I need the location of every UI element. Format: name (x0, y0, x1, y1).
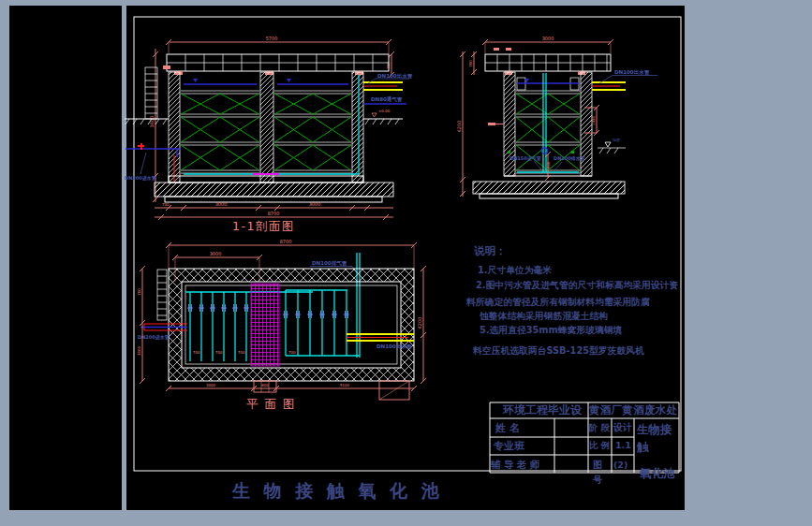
dim-d1-seg2: 3000 (309, 201, 321, 207)
dim-d1-top: 5700 (266, 36, 278, 41)
dim-plan-top-total: 8700 (280, 239, 292, 244)
titleblock-project-line3: 氧化池 (639, 466, 675, 480)
media-partition-grid (251, 284, 279, 366)
section1-caption: 1-1剖面图 (232, 219, 295, 233)
cad-preview-window: 5700 3600 700 ±0.00 (0, 0, 812, 526)
titleblock-project-line2: 触 (636, 440, 649, 454)
notes-line-1: 1.尺寸单位为毫米 (478, 265, 552, 275)
cad-sheet: 5700 3600 700 ±0.00 (0, 0, 812, 526)
dim-plan-bottom2: 600 (261, 383, 269, 387)
notes-line-4: 蚀整体结构采用钢筋混凝土结构 (479, 311, 608, 321)
dim-plan-top-seg: 3000 (210, 251, 222, 256)
dim-plan-left1: 700 (137, 288, 141, 296)
dim-plan-right: 4200 (417, 317, 422, 329)
dim-plan-sp4: 700 (288, 350, 296, 355)
right-wall (352, 72, 363, 183)
dim-d2-top: 3000 (542, 36, 554, 41)
label-d2-air: DN150进气管 (509, 155, 541, 162)
titleblock-stage-value: 设计 (613, 422, 632, 432)
titleblock-sheetno-value: (2) (613, 460, 627, 470)
notes-line-6: 料空压机选取两台SSB-125型罗茨鼓风机 (472, 345, 644, 356)
titleblock-row-name: 姓 名 (495, 422, 520, 434)
label-plan-outlet: DN100出水管 (376, 343, 412, 350)
dim-plan-bottom1: 3000 (206, 383, 216, 387)
dim-d1-ground: ±0.00 (378, 109, 391, 113)
dim-d2-left: 4200 (456, 121, 462, 133)
dim-d2-right: 1450 (591, 115, 596, 125)
notes-title: 说明： (474, 244, 507, 257)
label-d2-outlet: DN100出水管 (614, 69, 650, 76)
middle-wall (260, 72, 273, 183)
dim-plan-sp1: 700 (193, 350, 200, 355)
dim-d2-overhang: 700 (468, 60, 473, 67)
dim-d2-bottom: 600 (546, 161, 551, 168)
titleblock-header-right: 黄酒厂黄酒废水处 (588, 403, 678, 416)
label-d2-drain: DN100排水管 (554, 155, 585, 162)
dim-plan-sp3: 700 (238, 350, 245, 355)
pane-divider (122, 6, 126, 510)
notes-line-3: 料所确定的管径及所有钢制材料均需采用防腐 (465, 297, 650, 307)
titleblock-scale-value: 1.1 (615, 440, 631, 450)
plan-caption: 平 面 图 (246, 397, 296, 411)
notes-line-5: 5.选用直径35mm蜂窝形玻璃钢填 (480, 325, 623, 335)
titleblock-header-left: 环境工程毕业设 (502, 403, 583, 416)
label-plan-vent: DN100排气管 (312, 260, 347, 267)
titleblock-sheetno-overflow: 号 (592, 475, 602, 485)
foundation-slab (155, 183, 393, 197)
dim-d1-seg1: 3000 (215, 201, 228, 207)
label-d1-inlet: DN200进水管 (125, 175, 156, 182)
titleblock-row-class: 专业班 (493, 440, 525, 452)
titleblock-sheetno-label: 图 (593, 460, 602, 470)
drawing-main-title: 生 物 接 触 氧 化 池 (231, 480, 443, 501)
foundation-slab (473, 182, 625, 194)
dim-d1-total: 8700 (268, 211, 280, 216)
dim-plan-left2: 3000 (137, 345, 141, 356)
notes-line-2: 2.图中污水管及进气管的尺寸和标高均采用设计资 (476, 280, 678, 290)
dim-d1-left-small: 700 (162, 202, 170, 207)
label-d1-vent: DN80通气管 (371, 95, 403, 103)
titleblock-project-line1: 生物接 (636, 422, 672, 436)
dim-plan-sp2: 700 (215, 350, 223, 355)
label-d2-ground: 地面 (612, 138, 620, 142)
dim-plan-bottom3: 5100 (340, 383, 350, 387)
